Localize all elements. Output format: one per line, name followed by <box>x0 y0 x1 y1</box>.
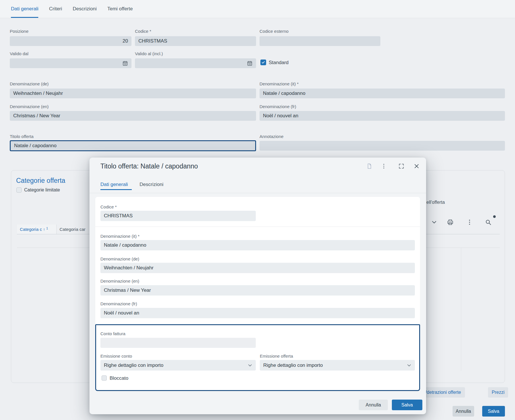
dialog-tabs-divider <box>89 193 426 193</box>
dialog-codice-input[interactable]: CHRISTMAS <box>100 211 256 221</box>
bloccato-checkbox[interactable] <box>102 375 107 381</box>
valido-al-label: Valido al (incl.) <box>135 51 163 56</box>
tab-temi-offerte[interactable]: Temi offerte <box>107 0 133 18</box>
titolo-offerta-label: Titolo offerta <box>10 134 34 139</box>
emissione-conto-value: Righe dettaglio con importo <box>104 363 163 368</box>
denominazione-de-label: Denominazione (de) <box>10 81 49 86</box>
dialog-tab-dati-generali[interactable]: Dati generali <box>100 182 128 187</box>
denominazione-fr-label: Denominazione (fr) <box>260 104 296 109</box>
dialog-denominazione-en-label: Denominazione (en) <box>100 279 139 283</box>
dialog-denominazione-it-input[interactable]: Natale / capodanno <box>100 240 415 250</box>
tab-descrizioni[interactable]: Descrizioni <box>73 0 97 18</box>
emissione-offerta-label: Emissione offerta <box>260 354 293 358</box>
table-column-divider <box>461 248 461 371</box>
codice-label: Codice * <box>135 29 151 34</box>
dialog-denominazione-en-input[interactable]: Christmas / New Year <box>100 285 415 296</box>
denominazione-en-input[interactable]: Christmas / New Year <box>10 111 256 121</box>
salva-button-main[interactable]: Salva <box>482 406 505 417</box>
dialog-codice-label: Codice * <box>100 204 117 209</box>
chevron-down-icon <box>247 363 253 368</box>
titolo-offerta-dialog: Titolo offerta: Natale / capodanno Dati … <box>89 158 426 414</box>
tab-criteri[interactable]: Criteri <box>49 0 62 18</box>
standard-label: Standard <box>269 60 289 66</box>
valido-dal-label: Valido dal <box>10 51 28 56</box>
main-tabbar: Dati generali Criteri Descrizioni Temi o… <box>0 0 515 18</box>
check-icon <box>261 60 265 64</box>
emissione-offerta-select[interactable]: Righe dettaglio con importo <box>260 360 415 371</box>
emissione-conto-label: Emissione conto <box>100 354 132 358</box>
kebab-menu-icon <box>381 163 387 169</box>
bloccato-label: Bloccato <box>110 375 128 381</box>
dialog-denominazione-fr-label: Denominazione (fr) <box>100 301 137 306</box>
partial-text-offerta: ell'offerta <box>426 200 445 205</box>
dialog-title: Titolo offerta: Natale / capodanno <box>100 162 198 170</box>
column-label: Categoria car <box>60 227 85 232</box>
chevron-down-icon <box>406 363 412 368</box>
dialog-more-options-button[interactable] <box>379 161 389 171</box>
column-header-categoria-c[interactable]: Categoria c ↑ 1 <box>17 225 57 234</box>
categorie-limitate-checkbox[interactable] <box>16 187 22 193</box>
app-window: Dati generali Criteri Descrizioni Temi o… <box>0 0 515 420</box>
sort-order: 1 <box>46 227 48 230</box>
close-icon <box>413 163 420 169</box>
codice-esterno-input[interactable] <box>260 36 380 46</box>
dialog-maximize-button[interactable] <box>396 161 406 171</box>
denominazione-de-input[interactable]: Weihnachten / Neujahr <box>10 89 256 98</box>
standard-checkbox[interactable] <box>260 60 266 65</box>
annotazione-label: Annotazione <box>260 134 283 139</box>
emissione-offerta-value: Righe dettaglio con importo <box>263 363 323 368</box>
codice-esterno-label: Codice esterno <box>260 29 289 34</box>
dialog-denominazione-fr-input[interactable]: Noël / nouvel an <box>100 308 415 318</box>
dialog-form-card: Codice * CHRISTMAS Denominazione (it) * … <box>95 197 420 391</box>
card-divider <box>95 227 420 227</box>
codice-input[interactable]: CHRISTMAS <box>135 36 256 46</box>
denominazione-fr-input[interactable]: Noël / nouvel an <box>260 111 505 121</box>
annulla-button-main[interactable]: Annulla <box>453 406 474 417</box>
highlighted-section-border <box>95 324 420 391</box>
dialog-denominazione-de-label: Denominazione (de) <box>100 256 139 261</box>
dialog-close-button[interactable] <box>412 161 421 171</box>
document-edit-button[interactable] <box>365 161 374 171</box>
salva-button-dialog[interactable]: Salva <box>392 400 422 410</box>
annulla-button-dialog[interactable]: Annulla <box>359 400 388 410</box>
search-badge-dot <box>493 215 496 218</box>
dialog-tab-descrizioni[interactable]: Descrizioni <box>140 182 163 187</box>
calendar-icon <box>247 60 253 66</box>
calendar-icon <box>122 60 128 66</box>
denominazione-it-label: Denominazione (it) * <box>260 81 299 86</box>
denominazione-en-label: Denominazione (en) <box>10 104 49 109</box>
emissione-conto-select[interactable]: Righe dettaglio con importo <box>100 360 256 371</box>
denominazione-it-input[interactable]: Natale / capodanno <box>260 89 505 98</box>
annotazione-input[interactable] <box>260 141 505 151</box>
dialog-denominazione-de-input[interactable]: Weihnachten / Neujahr <box>100 263 415 273</box>
conto-fattura-label: Conto fattura <box>100 331 125 336</box>
conto-fattura-input[interactable] <box>100 338 256 348</box>
dialog-denominazione-it-label: Denominazione (it) * <box>100 234 140 239</box>
posizione-input[interactable]: 20 <box>10 36 131 46</box>
sort-asc-icon: ↑ <box>43 227 45 232</box>
titolo-offerta-input[interactable]: Natale / capodanno <box>10 140 256 151</box>
tab-dati-generali[interactable]: Dati generali <box>11 0 38 18</box>
categorie-offerta-title: Categorie offerta <box>16 177 65 185</box>
column-label: Categoria c <box>20 227 42 232</box>
prezzi-button[interactable]: Prezzi <box>488 387 508 398</box>
expand-icon <box>398 163 405 169</box>
document-edit-icon <box>366 163 373 169</box>
valido-al-input[interactable] <box>135 58 256 68</box>
active-tab-underline <box>100 189 132 190</box>
categorie-limitate-label: Categorie limitate <box>24 187 60 193</box>
posizione-label: Posizione <box>10 29 28 34</box>
valido-dal-input[interactable] <box>10 58 131 68</box>
